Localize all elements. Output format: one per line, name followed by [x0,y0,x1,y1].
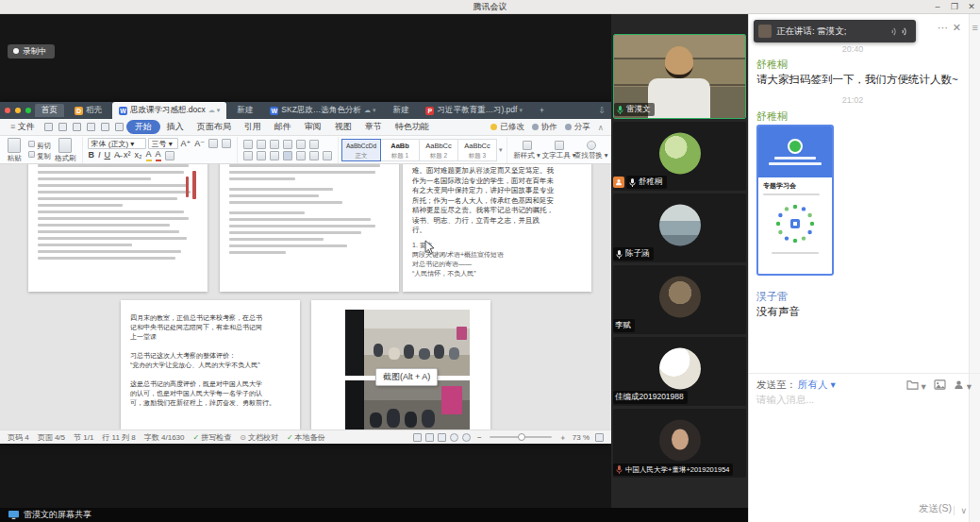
document-canvas[interactable]: 难。面对难题更加从容淡定而又坚定笃定。我 作为一名国际政治专业的学生，面对在百年… [0,164,611,429]
fullscreen-view-icon[interactable] [413,433,422,442]
status-wordcount[interactable]: 字数 4/1630 [144,432,185,443]
format-painter-button[interactable]: 格式刷 [55,137,76,162]
signin-qr-card[interactable]: 专题学习会 [756,125,834,276]
spellcheck-toggle[interactable]: ✓拼写检查 [192,432,231,443]
find-replace-button[interactable]: 查找替换 ▾ [575,140,607,160]
sort-icon[interactable] [309,140,319,149]
tab-caret-icon[interactable]: ▾ [373,107,376,114]
ribbon-tab-features[interactable]: 特色功能 [389,120,436,134]
backup-toggle[interactable]: ✓本地备份 [287,432,325,443]
screenshot-button[interactable] [934,379,946,392]
mention-button[interactable]: ▾ [954,379,972,392]
bullet-list-icon[interactable] [243,140,253,149]
style-heading1[interactable]: AaBb标题 1 [380,139,420,161]
tab-caret-icon[interactable]: ▾ [217,107,221,114]
paste-button[interactable]: 粘贴 [6,137,23,162]
outdent-icon[interactable] [270,140,279,149]
file-menu[interactable]: ≡ 文件 [4,120,42,134]
fit-page-icon[interactable] [595,433,604,442]
tab-doc-pdf[interactable]: P习近平教育重…习).pdf▾ [419,102,529,119]
tab-new-1[interactable]: 新建 [230,104,259,117]
ribbon-tab-insert[interactable]: 插入 [160,120,191,134]
collapse-ribbon-button[interactable]: ∧ [598,123,604,132]
style-heading2[interactable]: AaBbCc标题 2 [419,139,458,161]
new-tab-button[interactable]: + [533,104,551,117]
subscript-button[interactable]: x₂ [135,150,142,160]
send-button[interactable]: 发送(S) [919,502,952,515]
traffic-close-icon[interactable] [5,108,10,113]
tab-caret-icon[interactable]: ▾ [519,107,523,114]
font-color-button[interactable]: A [156,149,161,161]
participant-tile[interactable]: 中国人民大学+童琳+2019201954 [613,409,746,478]
font-size-select[interactable]: 三号 ▾ [148,138,178,149]
participant-tile[interactable]: 舒稚桐 [613,122,746,191]
align-center-icon[interactable] [257,151,266,160]
participant-tile[interactable]: 佳编成2019201988 [613,337,746,406]
tab-docer[interactable]: D稻壳 [68,104,108,117]
clear-format-icon[interactable] [208,139,218,148]
proofing-toggle[interactable]: ⊙文档校对 [240,432,278,443]
style-heading3[interactable]: AaBbCc标题 3 [457,139,497,161]
underline-button[interactable]: U [105,150,111,160]
tab-new-2[interactable]: 新建 [386,104,415,117]
indent-icon[interactable] [283,140,292,149]
strikethrough-button[interactable]: A̶ [114,150,120,160]
participant-tile[interactable]: 李赋 [613,265,746,334]
border-icon[interactable] [323,151,332,160]
new-style-button[interactable]: 新样式 ▾ [511,140,543,160]
zoom-knob[interactable] [518,433,525,441]
zoom-percent[interactable]: 73 % [573,433,590,442]
align-left-icon[interactable] [243,151,253,160]
chat-more-button[interactable]: ⋯ [938,22,948,34]
undo-icon[interactable] [101,123,109,131]
traffic-zoom-icon[interactable] [25,108,31,113]
send-options-caret[interactable]: ∨ [954,506,967,515]
tab-doc-active[interactable]: W思政课学习感想.docx☁▾ [112,102,226,119]
ribbon-tab-view[interactable]: 视图 [328,120,358,134]
font-name-select[interactable]: 宋体 (正文) ▾ [88,138,146,149]
traffic-minimize-icon[interactable] [15,108,21,113]
zoom-out-button[interactable]: − [477,433,482,442]
text-tools-button[interactable]: 文字工具 ▾ [543,140,575,160]
copy-button[interactable]: 复制 [26,150,51,160]
ribbon-tab-section[interactable]: 章节 [358,120,389,134]
cut-button[interactable]: 剪切 [26,140,51,150]
ribbon-tab-home[interactable]: 开始 [126,120,160,134]
close-button[interactable]: ✕ [963,0,980,14]
zoom-slider[interactable] [490,436,552,438]
print-icon[interactable] [73,123,81,131]
redo-icon[interactable] [115,123,124,131]
chat-input[interactable] [756,394,970,502]
phonetic-icon[interactable] [222,139,231,148]
char-shading-icon[interactable] [165,151,174,160]
preview-icon[interactable] [87,123,95,131]
send-to-select[interactable]: 所有人 ▾ [798,379,836,392]
superscript-button[interactable]: x² [124,150,131,160]
participant-tile-speaker[interactable]: 雷漠文 [613,34,746,119]
share-button[interactable]: 分享 [565,122,590,133]
shrink-font-button[interactable]: A⁻ [194,139,205,149]
minimize-button[interactable]: – [929,0,946,14]
bold-button[interactable]: B [89,150,95,160]
participant-tile[interactable]: 陈子涵 [613,194,746,262]
clear-icon[interactable] [296,140,306,149]
chat-sender[interactable]: 舒稚桐 [756,58,788,72]
ribbon-tab-review[interactable]: 审阅 [298,120,328,134]
chat-sender[interactable]: 淏子雷 [756,290,788,304]
chat-close-button[interactable]: ✕ [953,22,961,34]
ribbon-tab-pagelayout[interactable]: 页面布局 [191,120,238,134]
justify-icon[interactable] [283,151,292,160]
number-list-icon[interactable] [257,140,266,149]
style-normal[interactable]: AaBbCcDd正文 [341,139,381,161]
ribbon-tab-references[interactable]: 引用 [238,120,268,134]
grow-font-button[interactable]: A⁺ [181,139,191,149]
styles-more-caret[interactable]: ▾ [499,146,503,154]
maximize-button[interactable]: ❐ [946,0,963,14]
chat-sender[interactable]: 舒稚桐 [756,109,788,124]
tab-doc-2[interactable]: WSKZ思政…选角色分析☁▾ [263,102,382,119]
align-right-icon[interactable] [270,151,279,160]
line-spacing-icon[interactable] [296,151,306,160]
zoom-in-button[interactable]: ＋ [559,432,567,443]
sync-status-icon[interactable]: ⇩ [598,106,606,115]
output-icon[interactable] [58,123,67,131]
